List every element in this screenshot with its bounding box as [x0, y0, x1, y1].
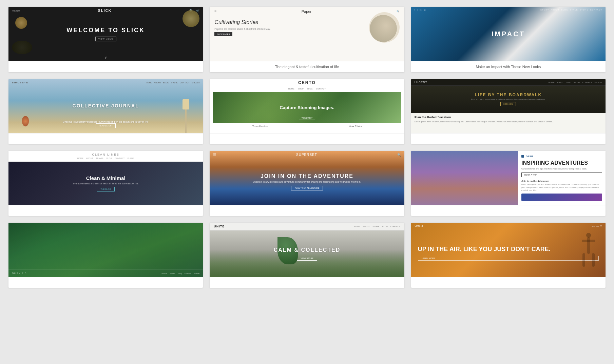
lucent-nav-about: ABOUT: [557, 81, 564, 83]
birdseye-nav-store: STORE: [171, 82, 178, 84]
unite-btn[interactable]: VIEW STORE: [297, 256, 317, 261]
theme-card-superset[interactable]: ☰ SUPERSET 🔍 JOIN IN ON THE ADVENTURE Su…: [210, 151, 404, 216]
cento-footer-links: Travel Notes New Prints: [210, 123, 404, 130]
dusk-nav-admin: Admin: [194, 272, 199, 275]
superset-footer: [210, 205, 404, 216]
theme-preview-venus: Venus MENU ☰ UP IN THE AIR, LIKE YOU JUS…: [411, 223, 606, 277]
birdseye-nav-splash: SPLASH: [192, 82, 200, 84]
lucent-subtitle: Find your next home away from home with …: [471, 98, 545, 100]
theme-preview-dusk: CONSERVE WATER, CHANGE LIVES Learn how c…: [8, 223, 203, 277]
theme-card-lucent[interactable]: LUCENT HOME ABOUT BLOG STORE CONTACT SPL…: [411, 79, 606, 144]
lucent-nav-store: STORE: [573, 81, 580, 83]
dusk-nav-home: Home: [161, 272, 167, 275]
cleanlines-footer: [8, 205, 203, 216]
birdseye-subtitle: Birdseye is a quarterly published journe…: [28, 121, 184, 123]
theme-card-cleanlines[interactable]: CLEAN LINES HOME ABOUT TRAVEL BLOG CONNE…: [8, 151, 203, 216]
lucent-hero: LIFE BY THE BOARDWALK Find your next hom…: [411, 86, 606, 113]
dusk-nav-blog: Blog: [178, 272, 182, 275]
lucent-nav-blog: BLOG: [565, 81, 571, 83]
impact-nav-store: STORE: [580, 9, 589, 11]
oasis-btn[interactable]: BOOK A TRIP: [521, 173, 602, 177]
lucent-logo: LUCENT: [415, 81, 427, 84]
impact-footer: Make an Impact with These New Looks: [411, 61, 606, 72]
theme-card-slick[interactable]: MENU SLICK 🔍 🛒 WELCOME TO SLICK VIEW MEN…: [8, 7, 203, 72]
theme-preview-superset: ☰ SUPERSET 🔍 JOIN IN ON THE ADVENTURE Su…: [210, 151, 404, 205]
lucent-nav-splash: SPLASH: [594, 81, 602, 83]
lucent-bottom: Plan the Perfect Vacation Lorem ipsum do…: [411, 113, 606, 133]
theme-card-impact[interactable]: f t in g+ STORY ABOUT BLOG STYLE STORE C…: [411, 7, 606, 72]
paper-tagline: Cultivating Stories: [214, 19, 369, 26]
dusk-footer: [8, 277, 203, 288]
theme-card-paper[interactable]: ☰ Paper 🔍 Cultivating Stories Paper is t…: [210, 7, 404, 72]
birdseye-nav-about: ABOUT: [154, 82, 161, 84]
cento-hero-title: Capture Stunning Images.: [280, 105, 334, 110]
impact-social-1: f: [415, 9, 416, 11]
unite-nav-store: STORE: [372, 225, 380, 227]
cento-brand: CENTO: [210, 79, 404, 86]
lucent-btn[interactable]: BOOK NOW: [500, 102, 516, 106]
slick-footer: [8, 61, 203, 72]
cento-nav-blog: BLOG: [307, 88, 313, 90]
superset-menu-icon: ☰: [213, 153, 216, 157]
cleanlines-brand: CLEAN LINES: [12, 153, 199, 156]
cleanlines-btn[interactable]: THE BLOG: [97, 187, 114, 191]
cleanlines-title: Clean & Minimal: [86, 175, 126, 181]
impact-social-2: t: [417, 9, 418, 11]
lucent-title: LIFE BY THE BOARDWALK: [475, 93, 542, 97]
paper-shop-btn[interactable]: SHOP PAPER: [214, 32, 232, 36]
oasis-footer: [411, 205, 606, 216]
theme-card-unite[interactable]: UNITE HOME ABOUT STORE BLOG CONTACT CALM…: [210, 223, 404, 288]
theme-preview-unite: UNITE HOME ABOUT STORE BLOG CONTACT CALM…: [210, 223, 404, 277]
theme-card-cento[interactable]: CENTO HOME SHOP BLOG CONTACT Capture Stu…: [210, 79, 404, 144]
lucent-nav-home: HOME: [549, 81, 555, 83]
superset-btn[interactable]: PLAN YOUR ADVENTURE: [291, 186, 323, 190]
paper-subtitle: Paper is the creative studio & shopfront…: [214, 28, 369, 30]
superset-subtitle: Superset is a wilderness and adventure c…: [234, 181, 380, 183]
impact-nav-style: STYLE: [570, 9, 578, 11]
cleanlines-nav-home: HOME: [77, 157, 83, 159]
venus-menu-label: MENU ☰: [592, 225, 602, 227]
oasis-subtitle: Curated stories and trips that help you …: [521, 167, 602, 170]
birdseye-btn[interactable]: READ LATEST: [96, 123, 116, 128]
unite-nav-home: HOME: [354, 225, 360, 227]
theme-card-oasis[interactable]: OASIS INSPIRING ADVENTURES Curated stori…: [411, 151, 606, 216]
impact-nav-contact: CONTACT: [590, 9, 602, 11]
theme-card-dusk[interactable]: CONSERVE WATER, CHANGE LIVES Learn how c…: [8, 223, 203, 288]
dusk-nav: DUSK 2.0 Home About Blog Donate Admin: [8, 269, 203, 277]
slick-brand: SLICK: [98, 9, 112, 13]
unite-title: CALM & COLLECTED: [274, 247, 340, 253]
cento-footer-travel: Travel Notes: [252, 125, 268, 128]
cento-bottom-footer: [210, 133, 404, 144]
unite-logo: UNITE: [214, 225, 225, 228]
birdseye-footer: [8, 133, 203, 144]
theme-preview-cento: CENTO HOME SHOP BLOG CONTACT Capture Stu…: [210, 79, 404, 133]
oasis-content: OASIS INSPIRING ADVENTURES Curated stori…: [518, 151, 606, 205]
impact-nav-blog: BLOG: [561, 9, 568, 11]
paper-nav-icon: ☰: [214, 10, 216, 13]
cento-hero-btn[interactable]: VIEW LATEST: [299, 116, 315, 120]
unite-nav-about: ABOUT: [363, 225, 370, 227]
theme-card-venus[interactable]: Venus MENU ☰ UP IN THE AIR, LIKE YOU JUS…: [411, 223, 606, 288]
dusk-nav-about: About: [170, 272, 175, 275]
oasis-section-title: Join in on the Adventure: [521, 180, 602, 182]
impact-social-3: in: [420, 9, 422, 11]
cento-nav-shop: SHOP: [298, 88, 304, 90]
theme-card-birdseye[interactable]: BIRDSEYE HOME ABOUT BLOG STORE CONTACT S…: [8, 79, 203, 144]
venus-btn[interactable]: LEARN MORE: [418, 256, 599, 261]
cleanlines-nav-connect: CONNECT: [115, 157, 125, 159]
theme-preview-impact: f t in g+ STORY ABOUT BLOG STYLE STORE C…: [411, 7, 606, 61]
cleanlines-subtitle: Everyone needs a breath of fresh air ami…: [38, 182, 174, 185]
impact-footer-text: Make an Impact with These New Looks: [476, 65, 541, 69]
slick-menu-label: MENU: [12, 9, 20, 12]
unite-footer: [210, 277, 404, 288]
paper-footer: The elegant & tasteful cultivation of li…: [210, 61, 404, 72]
oasis-thumbnail: [521, 194, 602, 201]
superset-logo: SUPERSET: [296, 153, 317, 157]
unite-hero: CALM & COLLECTED VIEW STORE: [210, 230, 404, 277]
slick-hero-text: WELCOME TO SLICK: [66, 27, 145, 34]
theme-preview-oasis: OASIS INSPIRING ADVENTURES Curated stori…: [411, 151, 606, 205]
venus-hero: UP IN THE AIR, LIKE YOU JUST DON'T CARE.…: [411, 229, 606, 277]
slick-hero-btn[interactable]: VIEW MENU: [95, 37, 116, 41]
theme-preview-lucent: LUCENT HOME ABOUT BLOG STORE CONTACT SPL…: [411, 79, 606, 133]
unite-nav-contact: CONTACT: [390, 225, 400, 227]
